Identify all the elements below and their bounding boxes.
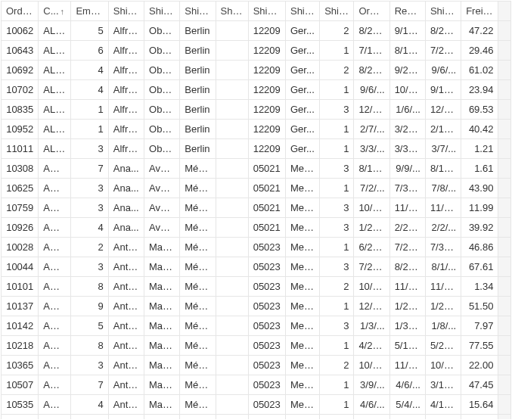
cell-ship_addr: Ober... [144,41,180,61]
table-row[interactable]: 10507ANT...7Anto...Mata...Méxi...05023Me… [2,375,511,395]
scrollbar-track[interactable] [498,238,511,257]
scrollbar-track[interactable] [498,100,511,120]
cell-ship_via: 1 [320,120,354,139]
table-row[interactable]: 10926ANA...4Ana...Avda...Méxi...05021Mex… [2,218,511,238]
scrollbar-track[interactable] [498,198,511,218]
column-header-ship_date[interactable]: Ship... [425,2,461,21]
column-header-ship_postal[interactable]: Ship... [248,2,285,21]
cell-ship_postal: 05023 [248,336,285,356]
cell-cust: ANA... [39,198,71,218]
cell-ship_via: 2 [320,277,354,297]
table-row[interactable]: 10643ALFKI6Alfre...Ober...Berlin12209Ger… [2,41,511,61]
cell-ship_via: 1 [320,395,354,415]
cell-ship_postal: 12209 [248,139,285,159]
table-row[interactable]: 10952ALFKI1Alfre...Ober...Berlin12209Ger… [2,120,511,139]
table-row[interactable]: 10835ALFKI1Alfre...Ober...Berlin12209Ger… [2,100,511,120]
cell-emp: 1 [71,120,108,139]
table-row[interactable]: 10062ALFKI5Alfre...Ober...Berlin12209Ger… [2,21,511,41]
cell-order_id: 10028 [2,238,39,257]
cell-ship_region [216,415,248,421]
scrollbar-track[interactable] [498,21,511,41]
column-header-ship_country[interactable]: Ship... [285,2,319,21]
scrollbar-track[interactable] [498,159,511,179]
table-row[interactable]: 10142ANT...5Anto...Mata...Méxi...05023Me… [2,316,511,336]
cell-order_date: 4/6/... [354,395,389,415]
cell-cust: ANT... [39,238,71,257]
column-header-cust[interactable]: C...↑ [39,2,71,21]
column-header-order_id[interactable]: Orde... [2,2,39,21]
cell-order_id: 10137 [2,297,39,316]
scrollbar-track[interactable] [498,395,511,415]
cell-order_id: 10365 [2,356,39,375]
scrollbar-track[interactable] [498,61,511,80]
column-header-freight[interactable]: Freig... [461,2,498,21]
cell-ship_region [216,277,248,297]
cell-freight: 40.42 [461,120,498,139]
scrollbar-track[interactable] [498,41,511,61]
cell-ship_postal: 12209 [248,21,285,41]
cell-order_id: 10625 [2,179,39,198]
scrollbar-track[interactable] [498,2,511,21]
cell-order_date: 6/26... [354,238,389,257]
table-row[interactable]: 10759ANA...3Ana...Avda...Méxi...05021Mex… [2,198,511,218]
cell-freight: 15.64 [461,395,498,415]
cell-ship_via: 3 [320,159,354,179]
cell-ship_addr: Ober... [144,61,180,80]
column-header-label: Ship... [290,5,315,17]
table-row[interactable]: 10218ANT...8Anto...Mata...Méxi...05023Me… [2,336,511,356]
cell-ship_city: Méxi... [180,316,216,336]
column-header-label: Ship... [324,5,349,17]
table-row[interactable]: 10137ANT...9Anto...Mata...Méxi...05023Me… [2,297,511,316]
table-row[interactable]: 10573ANT...7Anto...Mata...Méxi...05023Me… [2,415,511,421]
scrollbar-track[interactable] [498,336,511,356]
cell-ship_region [216,198,248,218]
cell-ship_country: Mexi... [285,198,319,218]
scrollbar-track[interactable] [498,375,511,395]
table-row[interactable]: 10692ALFKI4Alfre...Ober...Berlin12209Ger… [2,61,511,80]
scrollbar-track[interactable] [498,356,511,375]
scrollbar-track[interactable] [498,139,511,159]
table-row[interactable]: 10702ALFKI4Alfre...Ober...Berlin12209Ger… [2,80,511,100]
cell-order_id: 11011 [2,139,39,159]
cell-req_date: 1/31... [389,316,425,336]
cell-cust: ANT... [39,375,71,395]
cell-ship_city: Berlin [180,21,216,41]
scrollbar-track[interactable] [498,80,511,100]
cell-ship_name: Anto... [108,257,144,277]
table-row[interactable]: 10535ANT...4Anto...Mata...Méxi...05023Me… [2,395,511,415]
column-header-emp[interactable]: Empl... [71,2,108,21]
table-row[interactable]: 10365ANT...3Anto...Mata...Méxi...05023Me… [2,356,511,375]
column-header-ship_name[interactable]: Ship... [108,2,144,21]
cell-freight: 22.00 [461,356,498,375]
scrollbar-track[interactable] [498,297,511,316]
column-header-order_date[interactable]: Orde... [354,2,389,21]
table-row[interactable]: 10028ANT...2Anto...Mata...Méxi...05023Me… [2,238,511,257]
scrollbar-track[interactable] [498,257,511,277]
column-header-req_date[interactable]: Requ... [389,2,425,21]
column-header-label: Freig... [466,5,493,17]
scrollbar-track[interactable] [498,179,511,198]
column-header-label: Orde... [6,5,33,17]
table-row[interactable]: 10308ANA...7Ana...Avda...Méxi...05021Mex… [2,159,511,179]
cell-ship_country: Ger... [285,139,319,159]
cell-order_id: 10142 [2,316,39,336]
scrollbar-track[interactable] [498,218,511,238]
cell-ship_date: 8/18... [425,159,461,179]
table-row[interactable]: 10625ANA...3Ana...Avda...Méxi...05021Mex… [2,179,511,198]
table-row[interactable]: 10101ANT...8Anto...Mata...Méxi...05023Me… [2,277,511,297]
cell-freight: 69.53 [461,100,498,120]
table-row[interactable]: 10044ANT...3Anto...Mata...Méxi...05023Me… [2,257,511,277]
column-header-ship_addr[interactable]: Ship... [144,2,180,21]
scrollbar-track[interactable] [498,415,511,421]
scrollbar-track[interactable] [498,120,511,139]
column-header-ship_via[interactable]: Ship... [320,2,354,21]
cell-ship_date: 11/1... [425,277,461,297]
column-header-ship_region[interactable]: Ship... [216,2,248,21]
column-header-label: Ship... [113,5,139,17]
table-row[interactable]: 11011ALFKI3Alfre...Ober...Berlin12209Ger… [2,139,511,159]
cell-freight: 1.34 [461,277,498,297]
cell-req_date: 9/9/... [389,159,425,179]
column-header-ship_city[interactable]: Ship... [180,2,216,21]
scrollbar-track[interactable] [498,316,511,336]
scrollbar-track[interactable] [498,277,511,297]
